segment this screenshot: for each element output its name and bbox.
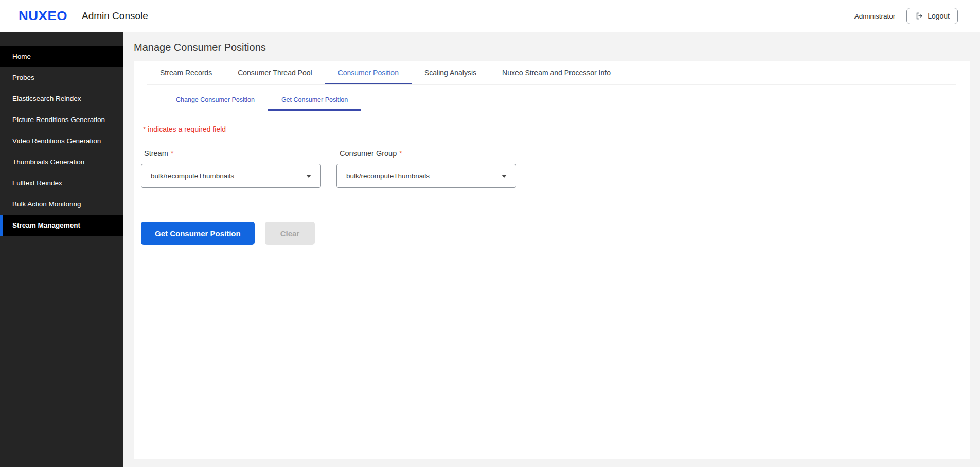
consumer-group-label: Consumer Group [340,149,397,158]
stream-label: Stream [144,149,168,158]
sidebar-item-probes[interactable]: Probes [0,67,123,88]
form-actions: Get Consumer Position Clear [141,222,956,245]
top-bar: nuxeo Admin Console Administrator Logout [0,0,980,32]
current-user-label: Administrator [854,12,896,20]
sidebar-item-elasticsearch-reindex[interactable]: Elasticsearch Reindex [0,88,123,109]
sidebar-nav: Home Probes Elasticsearch Reindex Pictur… [0,32,123,467]
sidebar-item-bulk-action-monitoring[interactable]: Bulk Action Monitoring [0,194,123,215]
consumer-group-field: Consumer Group* bulk/recomputeThumbnails [336,149,516,188]
sidebar-item-stream-management[interactable]: Stream Management [0,215,123,236]
stream-required-asterisk: * [171,149,174,158]
subtab-change-consumer-position[interactable]: Change Consumer Position [163,89,268,111]
sidebar-item-thumbnails-generation[interactable]: Thumbnails Generation [0,151,123,172]
tab-nuxeo-stream-processor-info[interactable]: Nuxeo Stream and Processor Info [489,61,623,84]
sidebar-item-picture-renditions-generation[interactable]: Picture Renditions Generation [0,109,123,130]
clear-button[interactable]: Clear [265,222,315,245]
stream-select[interactable]: bulk/recomputeThumbnails [141,164,321,188]
tab-consumer-thread-pool[interactable]: Consumer Thread Pool [225,61,325,84]
app-title: Admin Console [82,10,148,22]
logout-button[interactable]: Logout [906,8,958,24]
primary-tab-bar: Stream Records Consumer Thread Pool Cons… [147,61,956,85]
content-card: Stream Records Consumer Thread Pool Cons… [134,61,970,459]
logout-icon [915,12,923,20]
nuxeo-logo: nuxeo [19,9,67,24]
main-content: Manage Consumer Positions Stream Records… [123,32,980,467]
subtab-get-consumer-position[interactable]: Get Consumer Position [268,89,361,111]
tab-stream-records[interactable]: Stream Records [147,61,225,84]
stream-select-value: bulk/recomputeThumbnails [151,172,234,180]
sidebar-item-home[interactable]: Home [0,46,123,67]
stream-field: Stream* bulk/recomputeThumbnails [141,149,321,188]
consumer-group-select[interactable]: bulk/recomputeThumbnails [336,164,516,188]
chevron-down-icon [306,175,311,178]
required-field-note: * indicates a required field [143,125,956,133]
consumer-group-select-value: bulk/recomputeThumbnails [346,172,430,180]
page-title: Manage Consumer Positions [134,42,970,54]
sidebar-item-fulltext-reindex[interactable]: Fulltext Reindex [0,172,123,194]
consumer-position-form: Stream* bulk/recomputeThumbnails Consume… [141,149,956,188]
consumer-group-required-asterisk: * [399,149,402,158]
logout-label: Logout [928,12,950,20]
tab-consumer-position[interactable]: Consumer Position [325,61,412,84]
chevron-down-icon [502,175,507,178]
secondary-tab-bar: Change Consumer Position Get Consumer Po… [163,89,956,111]
get-consumer-position-button[interactable]: Get Consumer Position [141,222,255,245]
tab-scaling-analysis[interactable]: Scaling Analysis [412,61,489,84]
sidebar-item-video-renditions-generation[interactable]: Video Renditions Generation [0,130,123,151]
